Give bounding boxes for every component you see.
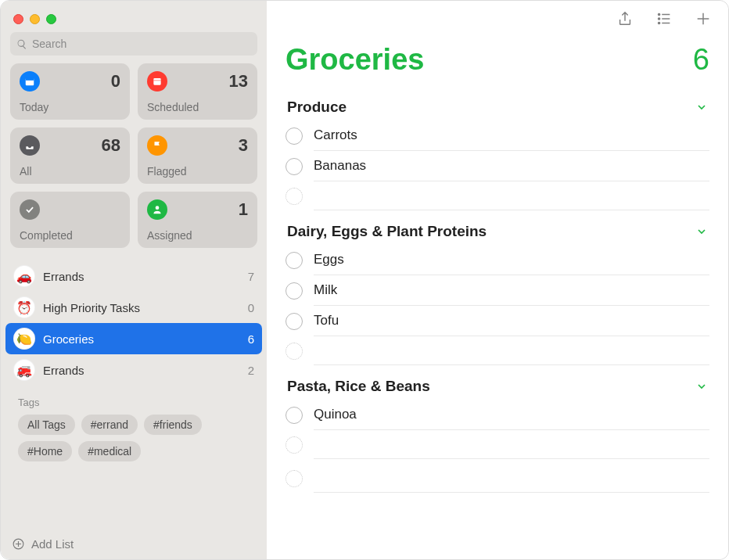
tray-icon xyxy=(20,135,40,156)
minimize-button[interactable] xyxy=(30,14,40,24)
tag-home[interactable]: #Home xyxy=(18,441,72,461)
add-reminder-button[interactable] xyxy=(694,9,713,28)
close-button[interactable] xyxy=(13,14,23,24)
card-scheduled[interactable]: 13 Scheduled xyxy=(138,63,257,120)
list-name: Errands xyxy=(43,364,240,377)
list-icon: 🚒 xyxy=(13,359,35,381)
completion-circle[interactable] xyxy=(285,313,303,330)
calendar-today-icon xyxy=(20,71,40,92)
list-count: 7 xyxy=(248,270,254,283)
card-completed[interactable]: Completed xyxy=(10,192,130,248)
section-pasta: Pasta, Rice & Beans Quinoa xyxy=(285,370,709,459)
card-assigned-count: 1 xyxy=(239,199,248,220)
svg-rect-1 xyxy=(26,78,34,81)
completion-circle-placeholder xyxy=(285,188,303,205)
card-assigned[interactable]: 1 Assigned xyxy=(138,192,257,248)
card-all-label: All xyxy=(20,165,120,178)
tag-all[interactable]: All Tags xyxy=(18,415,75,435)
calendar-icon xyxy=(147,71,167,92)
completion-circle[interactable] xyxy=(285,158,303,175)
section-heading[interactable]: Pasta, Rice & Beans xyxy=(287,378,430,395)
card-scheduled-count: 13 xyxy=(229,71,248,92)
card-assigned-label: Assigned xyxy=(147,229,248,242)
plus-icon xyxy=(695,10,712,27)
svg-point-8 xyxy=(658,13,659,15)
share-button[interactable] xyxy=(616,9,634,28)
list-icon xyxy=(655,10,673,27)
reminder-title: Quinoa xyxy=(314,407,357,422)
tags-heading: Tags xyxy=(18,397,250,408)
sidebar: 0 Today 13 Scheduled 68 xyxy=(1,1,267,559)
reminder-item[interactable]: Eggs xyxy=(285,245,709,275)
new-reminder-placeholder[interactable] xyxy=(285,430,709,459)
card-today[interactable]: 0 Today xyxy=(10,63,130,120)
chevron-down-icon[interactable] xyxy=(695,101,708,113)
tag-errand[interactable]: #errand xyxy=(81,415,138,435)
card-all-count: 68 xyxy=(102,135,120,156)
tags-section: Tags All Tags #errand #friends #Home #me… xyxy=(5,386,262,468)
completion-circle-placeholder xyxy=(285,436,303,454)
add-list-label: Add List xyxy=(31,537,74,551)
reminder-item[interactable]: Milk xyxy=(285,275,709,306)
fullscreen-button[interactable] xyxy=(46,14,56,24)
checkmark-circle-icon xyxy=(20,199,40,220)
chevron-down-icon[interactable] xyxy=(695,225,708,238)
chevron-down-icon[interactable] xyxy=(695,380,708,393)
toolbar xyxy=(267,1,728,37)
smart-list-cards: 0 Today 13 Scheduled 68 xyxy=(1,63,267,256)
new-reminder-placeholder[interactable] xyxy=(285,181,709,210)
list-view-button[interactable] xyxy=(655,9,673,28)
list-row-groceries[interactable]: 🍋 Groceries 6 xyxy=(5,323,262,354)
page-title: Groceries xyxy=(285,43,424,77)
reminder-item[interactable]: Bananas xyxy=(285,151,709,181)
reminder-item[interactable]: Tofu xyxy=(285,306,709,336)
svg-point-10 xyxy=(658,22,659,23)
list-count: 2 xyxy=(248,364,254,377)
reminder-item[interactable]: Carrots xyxy=(285,120,709,151)
reminder-title: Milk xyxy=(314,282,337,297)
reminder-title: Tofu xyxy=(314,313,339,328)
section-heading[interactable]: Dairy, Eggs & Plant Proteins xyxy=(287,223,487,240)
list-name: Errands xyxy=(43,270,240,283)
reminder-title: Carrots xyxy=(314,127,357,142)
card-flagged-label: Flagged xyxy=(147,165,248,178)
card-all[interactable]: 68 All xyxy=(10,127,130,184)
plus-circle-icon xyxy=(12,537,25,551)
new-reminder-placeholder[interactable] xyxy=(285,464,709,493)
main-panel: Groceries 6 Produce Carrots Bananas xyxy=(267,1,728,559)
section-heading[interactable]: Produce xyxy=(287,99,347,116)
list-icon: 🚗 xyxy=(13,265,35,287)
search-field[interactable] xyxy=(10,32,257,56)
svg-point-9 xyxy=(658,18,659,20)
list-row-errands[interactable]: 🚗 Errands 7 xyxy=(5,260,262,292)
new-reminder-placeholder[interactable] xyxy=(285,336,709,365)
card-today-label: Today xyxy=(20,101,120,113)
section-produce: Produce Carrots Bananas xyxy=(285,91,709,210)
tag-medical[interactable]: #medical xyxy=(78,441,141,461)
list-name: Groceries xyxy=(43,332,240,346)
completion-circle-placeholder xyxy=(285,470,303,487)
card-completed-label: Completed xyxy=(20,229,120,242)
list-row-errands-2[interactable]: 🚒 Errands 2 xyxy=(5,354,262,386)
list-count: 0 xyxy=(248,301,254,314)
card-scheduled-label: Scheduled xyxy=(147,101,248,113)
reminder-item[interactable]: Quinoa xyxy=(285,400,709,430)
completion-circle[interactable] xyxy=(285,127,303,145)
reminder-title: Eggs xyxy=(314,252,344,267)
window-controls xyxy=(13,14,56,24)
completion-circle[interactable] xyxy=(285,407,303,424)
list-row-high-priority[interactable]: ⏰ High Priority Tasks 0 xyxy=(5,292,262,323)
search-input[interactable] xyxy=(32,38,251,50)
completion-circle[interactable] xyxy=(285,282,303,300)
person-icon xyxy=(147,199,167,220)
section-dairy: Dairy, Eggs & Plant Proteins Eggs Milk T… xyxy=(285,215,709,365)
search-icon xyxy=(16,38,27,50)
completion-circle-placeholder xyxy=(285,343,303,360)
completion-circle[interactable] xyxy=(285,252,303,269)
card-flagged[interactable]: 3 Flagged xyxy=(138,127,257,184)
list-icon: ⏰ xyxy=(13,296,35,318)
add-list-button[interactable]: Add List xyxy=(1,528,267,559)
tag-friends[interactable]: #friends xyxy=(144,415,202,435)
svg-rect-2 xyxy=(153,78,160,85)
list-total-count: 6 xyxy=(693,43,709,77)
